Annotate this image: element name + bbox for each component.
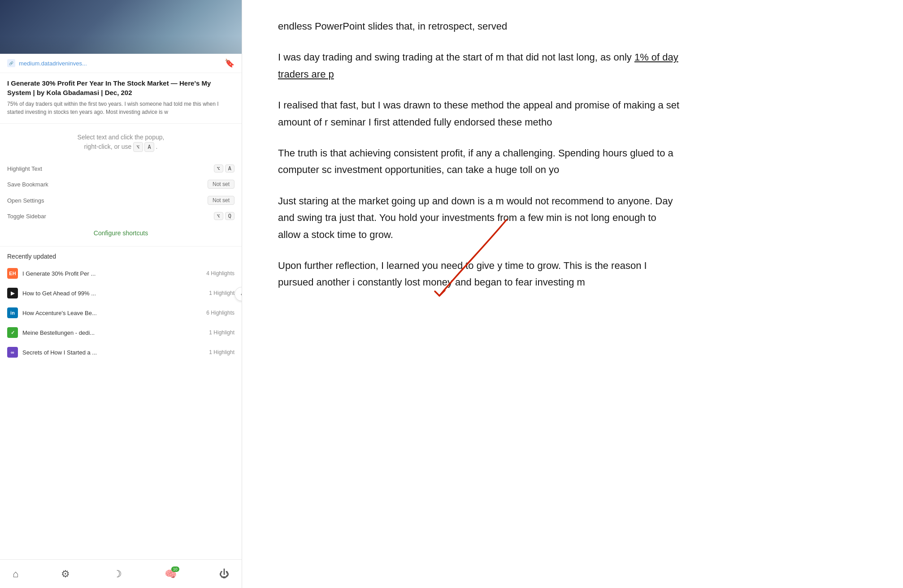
item-title: Meine Bestellungen - dedi... xyxy=(22,329,204,336)
article-paragraph-2: I was day trading and swing trading at t… xyxy=(278,49,682,82)
article-description: 75% of day traders quit within the first… xyxy=(7,100,234,116)
recently-updated-section: Recently updated EHI Generate 30% Profit… xyxy=(0,246,242,559)
highlight-alt-key: ⌥ xyxy=(214,164,223,173)
item-highlight-count: 1 Highlight xyxy=(209,349,234,355)
article-paragraph-1: endless PowerPoint slides that, in retro… xyxy=(278,18,682,35)
item-favicon: ∞ xyxy=(7,347,18,358)
article-info: I Generate 30% Profit Per Year In The St… xyxy=(0,73,242,124)
a-key-badge: A xyxy=(144,142,154,152)
save-bookmark-not-set: Not set xyxy=(208,180,234,189)
item-favicon: ▶ xyxy=(7,288,18,298)
settings-icon[interactable]: ⚙ xyxy=(61,568,70,580)
recently-updated-title: Recently updated xyxy=(0,246,242,264)
item-text: Secrets of How I Started a ... xyxy=(22,349,204,356)
item-text: How Accenture's Leave Be... xyxy=(22,310,202,316)
shortcut-row-sidebar: Toggle Sidebar ⌥ Q xyxy=(7,208,234,224)
configure-shortcuts-link[interactable]: Configure shortcuts xyxy=(94,229,148,237)
item-title: How Accenture's Leave Be... xyxy=(22,310,202,316)
article-preview-image xyxy=(0,0,242,54)
home-icon[interactable]: ⌂ xyxy=(13,568,18,580)
shortcut-row-bookmark: Save Bookmark Not set xyxy=(7,176,234,192)
article-paragraph-4: The truth is that achieving consistent p… xyxy=(278,145,682,178)
article-meta-bar: 🔗 medium.datadriveninves... 🔖 xyxy=(0,54,242,73)
item-favicon: in xyxy=(7,307,18,318)
list-item[interactable]: ✓Meine Bestellungen - dedi...1 Highlight xyxy=(0,323,242,342)
item-title: I Generate 30% Profit Per ... xyxy=(22,270,202,277)
shortcuts-section: Select text and click the popup, right-c… xyxy=(0,124,242,246)
article-paragraph-5: Just staring at the market going up and … xyxy=(278,193,682,243)
highlight-text-label: Highlight Text xyxy=(7,165,42,172)
open-settings-keys: Not set xyxy=(208,196,234,205)
configure-shortcuts-link-container: Configure shortcuts xyxy=(7,224,234,239)
article-title: I Generate 30% Profit Per Year In The St… xyxy=(7,78,234,97)
bookmark-icon[interactable]: 🔖 xyxy=(225,58,234,68)
power-icon[interactable]: ⏻ xyxy=(219,568,229,580)
article-favicon: 🔗 xyxy=(7,59,15,67)
right-panel: endless PowerPoint slides that, in retro… xyxy=(242,0,903,588)
item-highlight-count: 6 Highlights xyxy=(206,310,234,316)
toggle-q-key: Q xyxy=(225,212,234,220)
bottom-nav: ⌂ ⚙ ☽ 🧠 10 ⏻ xyxy=(0,559,242,588)
shortcuts-instruction: Select text and click the popup, right-c… xyxy=(7,133,234,152)
item-favicon: EH xyxy=(7,268,18,279)
list-item[interactable]: inHow Accenture's Leave Be...6 Highlight… xyxy=(0,303,242,323)
item-text: Meine Bestellungen - dedi... xyxy=(22,329,204,336)
save-bookmark-keys: Not set xyxy=(208,180,234,189)
list-item[interactable]: ▶How to Get Ahead of 99% ...1 Highlight xyxy=(0,283,242,303)
open-settings-not-set: Not set xyxy=(208,196,234,205)
shortcut-row-settings: Open Settings Not set xyxy=(7,192,234,208)
svg-text:🔗: 🔗 xyxy=(9,61,13,65)
open-settings-label: Open Settings xyxy=(7,197,44,204)
item-favicon: ✓ xyxy=(7,327,18,338)
article-paragraph-6: Upon further reflection, I learned you n… xyxy=(278,257,682,291)
list-item[interactable]: ∞Secrets of How I Started a ...1 Highlig… xyxy=(0,342,242,362)
item-highlight-count: 1 Highlight xyxy=(209,290,234,296)
article-content: endless PowerPoint slides that, in retro… xyxy=(278,0,682,323)
item-text: I Generate 30% Profit Per ... xyxy=(22,270,202,277)
item-text: How to Get Ahead of 99% ... xyxy=(22,290,204,297)
article-paragraph-3: I realised that fast, but I was drawn to… xyxy=(278,97,682,130)
item-highlight-count: 4 Highlights xyxy=(206,270,234,277)
alt-key-badge: ⌥ xyxy=(133,142,143,152)
shortcut-row-highlight: Highlight Text ⌥ A xyxy=(7,161,234,176)
article-url[interactable]: medium.datadriveninves... xyxy=(19,60,221,67)
highlight-a-key: A xyxy=(225,164,234,173)
article-list: EHI Generate 30% Profit Per ...4 Highlig… xyxy=(0,264,242,362)
list-item[interactable]: EHI Generate 30% Profit Per ...4 Highlig… xyxy=(0,264,242,283)
moon-icon[interactable]: ☽ xyxy=(113,568,122,580)
item-title: How to Get Ahead of 99% ... xyxy=(22,290,204,297)
save-bookmark-label: Save Bookmark xyxy=(7,181,48,188)
notification-badge: 10 xyxy=(171,566,179,572)
left-panel: 🔗 medium.datadriveninves... 🔖 I Generate… xyxy=(0,0,242,588)
highlight-text-keys: ⌥ A xyxy=(214,164,234,173)
notifications-icon[interactable]: 🧠 10 xyxy=(165,568,177,580)
item-highlight-count: 1 Highlight xyxy=(209,329,234,336)
toggle-alt-key: ⌥ xyxy=(214,212,223,220)
item-title: Secrets of How I Started a ... xyxy=(22,349,204,356)
toggle-sidebar-label: Toggle Sidebar xyxy=(7,213,46,220)
toggle-sidebar-keys: ⌥ Q xyxy=(214,212,234,220)
